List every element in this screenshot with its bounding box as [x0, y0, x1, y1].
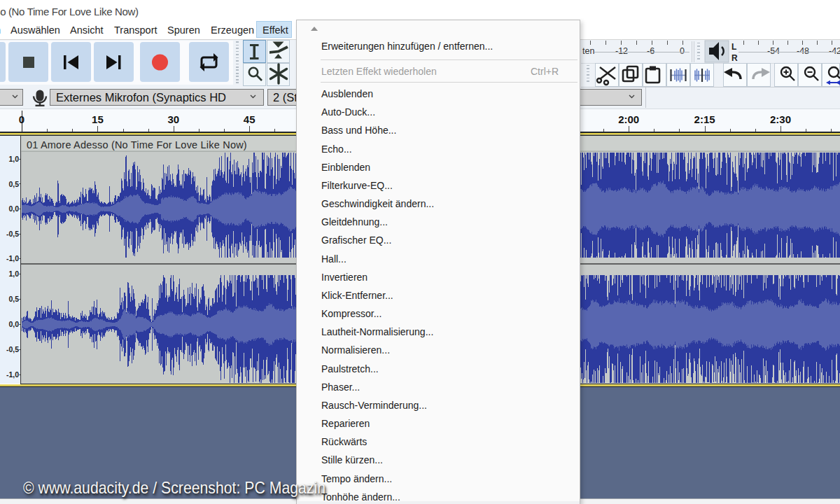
svg-text:0,0: 0,0 — [8, 204, 19, 213]
svg-text:0,0: 0,0 — [8, 320, 19, 328]
svg-text:R: R — [732, 53, 738, 63]
svg-text:-1,0: -1,0 — [6, 370, 19, 379]
svg-text:1,0: 1,0 — [8, 270, 19, 278]
svg-text:-0,5: -0,5 — [6, 345, 19, 354]
svg-text:-1,0: -1,0 — [6, 254, 19, 262]
svg-text:0,5: 0,5 — [8, 295, 19, 303]
svg-text:0,5: 0,5 — [8, 180, 19, 188]
svg-text:L: L — [732, 42, 736, 52]
svg-text:01 Amore Adesso (No Time For L: 01 Amore Adesso (No Time For Love Like N… — [27, 139, 247, 150]
svg-text:-0,5: -0,5 — [6, 230, 19, 238]
svg-text:1,0: 1,0 — [8, 155, 19, 163]
